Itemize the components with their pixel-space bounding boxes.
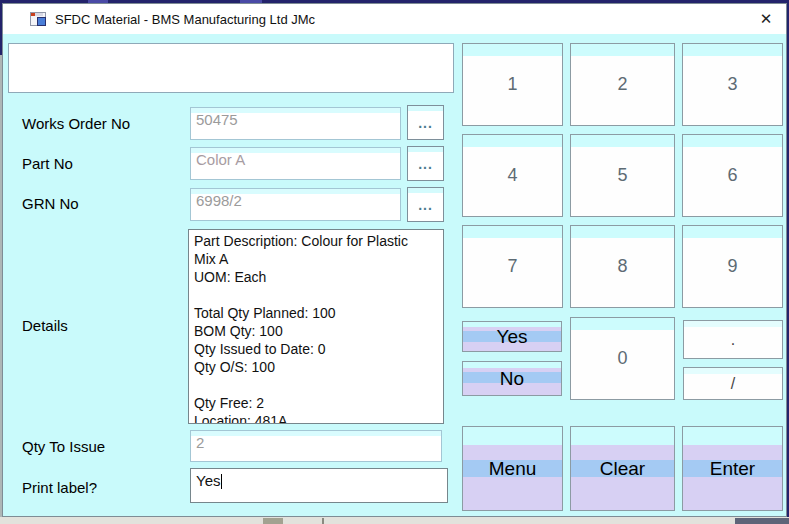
works-order-browse-button[interactable]: ...: [407, 105, 444, 140]
details-textbox[interactable]: Part Description: Colour for Plastic Mix…: [188, 229, 444, 424]
keypad-6[interactable]: 6: [682, 134, 783, 217]
app-window: SFDC Material - BMS Manufacturing Ltd JM…: [2, 3, 787, 517]
grn-no-label: GRN No: [22, 194, 79, 214]
yes-button[interactable]: Yes: [462, 321, 562, 352]
enter-button[interactable]: Enter: [682, 426, 783, 511]
background-taskbar-fragment: [322, 518, 324, 524]
grn-no-browse-button[interactable]: ...: [407, 187, 444, 222]
keypad-1[interactable]: 1: [462, 43, 563, 126]
details-label: Details: [22, 316, 68, 336]
background-taskbar-strip: [0, 517, 789, 524]
keypad-slash[interactable]: /: [683, 367, 783, 400]
part-no-field[interactable]: Color A: [190, 147, 401, 180]
print-label-label: Print label?: [22, 478, 97, 498]
titlebar: SFDC Material - BMS Manufacturing Ltd JM…: [3, 4, 786, 34]
close-icon[interactable]: ✕: [750, 5, 782, 33]
keypad-dot[interactable]: .: [683, 320, 783, 359]
keypad-5[interactable]: 5: [570, 134, 675, 217]
works-order-no-label: Works Order No: [22, 114, 130, 134]
part-no-label: Part No: [22, 154, 73, 174]
window-title: SFDC Material - BMS Manufacturing Ltd JM…: [55, 12, 315, 27]
keypad-3[interactable]: 3: [682, 43, 783, 126]
qty-to-issue-label: Qty To Issue: [22, 437, 105, 457]
keypad-8[interactable]: 8: [570, 225, 675, 308]
keypad-4[interactable]: 4: [462, 134, 563, 217]
keypad-0[interactable]: 0: [570, 317, 675, 400]
grn-no-field[interactable]: 6998/2: [190, 188, 401, 221]
keypad-9[interactable]: 9: [682, 225, 783, 308]
keypad-2[interactable]: 2: [570, 43, 675, 126]
print-label-value: Yes: [196, 472, 220, 489]
menu-button[interactable]: Menu: [462, 426, 563, 511]
background-taskbar-fragment: [735, 518, 789, 524]
scan-input[interactable]: [8, 43, 454, 93]
works-order-no-field[interactable]: 50475: [190, 107, 401, 140]
text-caret: [221, 474, 222, 489]
clear-button[interactable]: Clear: [570, 426, 675, 511]
print-label-field[interactable]: Yes: [190, 468, 448, 503]
client-area: Works Order No 50475 ... Part No Color A…: [4, 34, 787, 517]
qty-to-issue-field[interactable]: 2: [190, 430, 442, 462]
app-icon: [30, 12, 46, 26]
background-taskbar-fragment: [263, 518, 283, 524]
no-button[interactable]: No: [462, 361, 562, 396]
part-no-browse-button[interactable]: ...: [407, 146, 444, 181]
keypad-7[interactable]: 7: [462, 225, 563, 308]
